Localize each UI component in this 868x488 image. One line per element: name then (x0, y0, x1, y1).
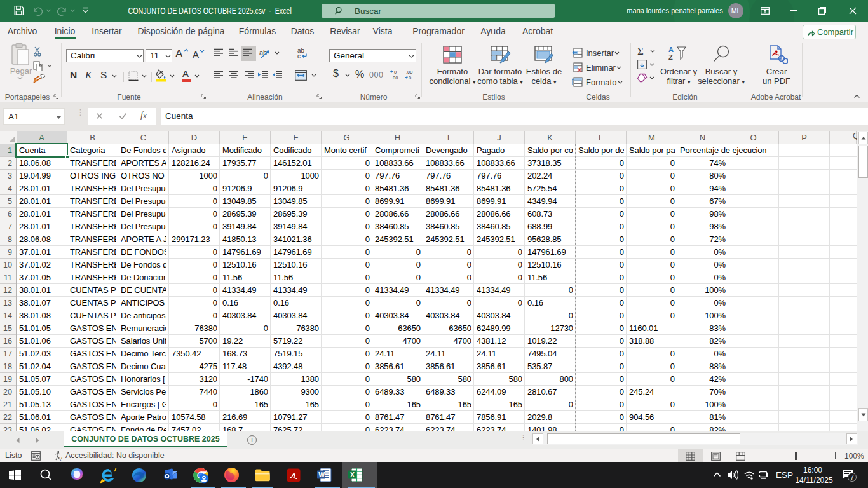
svg-text:0: 0 (394, 69, 397, 75)
svg-text:W: W (318, 471, 325, 478)
svg-text:A: A (668, 46, 674, 53)
svg-text:c: c (297, 53, 301, 58)
svg-text:X: X (350, 471, 355, 478)
svg-text:0: 0 (409, 75, 411, 80)
svg-text:.00: .00 (406, 69, 412, 75)
svg-text:.00: .00 (391, 75, 398, 80)
svg-text:?: ? (59, 456, 62, 461)
svg-text:Z: Z (668, 53, 673, 61)
